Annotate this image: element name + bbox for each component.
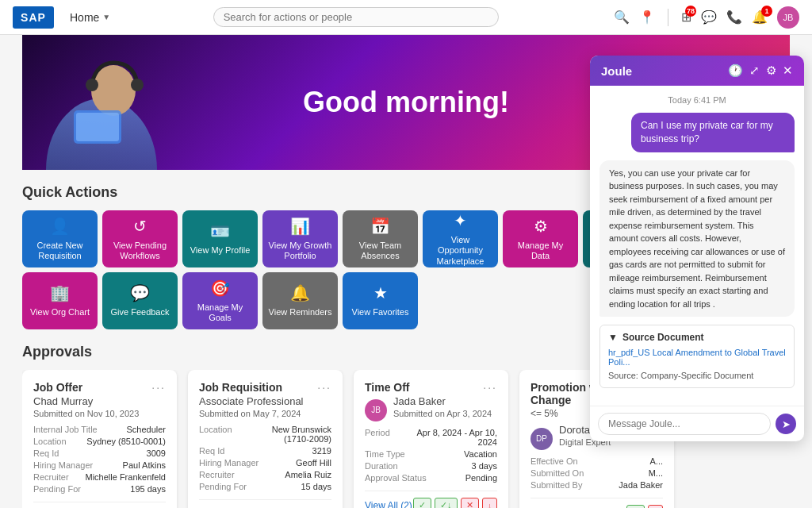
job-offer-name: Chad Murray — [33, 395, 166, 407]
table-row: Hiring ManagerGeoff Hill — [199, 458, 331, 468]
pending-workflows-label: View Pending Workflows — [107, 241, 173, 261]
job-offer-card: Job Offer ··· Chad Murray Submitted on N… — [22, 370, 177, 508]
home-nav[interactable]: Home ▼ — [70, 11, 110, 24]
hero-image — [30, 39, 173, 170]
my-profile-icon: 🪪 — [210, 221, 230, 241]
joule-send-button[interactable]: ➤ — [776, 414, 796, 434]
home-label: Home — [70, 11, 99, 24]
table-row: LocationSydney (8510-0001) — [33, 437, 166, 446]
time-off-card: Time Off ··· JB Jada Baker Submitted on … — [354, 370, 508, 508]
manage-my-data-label: Manage My Data — [508, 241, 573, 261]
joule-timestamp: Today 6:41 PM — [599, 95, 795, 105]
table-row: Req Id3009 — [33, 448, 166, 458]
sap-logo: SAP — [13, 6, 54, 29]
table-row: Submitted OnM... — [530, 468, 663, 478]
favorites-label: View Favorites — [352, 307, 409, 318]
joule-controls: 🕐 ⤢ ⚙ ✕ — [728, 64, 793, 78]
approve-down-button[interactable]: ✓↓ — [435, 498, 458, 508]
time-off-avatar: JB — [365, 399, 387, 421]
view-pending-workflows-button[interactable]: ↺ View Pending Workflows — [102, 210, 178, 267]
view-growth-portfolio-button[interactable]: 📊 View My Growth Portfolio — [262, 210, 338, 267]
growth-portfolio-label: View My Growth Portfolio — [267, 241, 333, 261]
joule-close-icon[interactable]: ✕ — [783, 64, 793, 78]
promo-deny-button[interactable]: ↓ — [648, 505, 664, 508]
give-feedback-icon: 💬 — [130, 283, 150, 302]
home-caret: ▼ — [102, 13, 110, 21]
opportunity-marketplace-label: View Opportunity Marketplace — [427, 235, 493, 267]
chat-icon[interactable]: 💬 — [701, 10, 717, 25]
manage-my-data-icon: ⚙ — [534, 217, 548, 236]
growth-portfolio-icon: 📊 — [290, 217, 310, 236]
phone-icon[interactable]: 📞 — [726, 10, 742, 25]
job-offer-footer: View All (2) — [33, 502, 166, 508]
favorites-icon: ★ — [373, 283, 388, 302]
user-message: Can I use my private car for my business… — [631, 113, 795, 152]
job-requisition-title: Job Requisition — [199, 381, 282, 394]
location-icon[interactable]: 📍 — [639, 10, 655, 25]
notification-badge: 1 — [761, 6, 772, 17]
manage-goals-label: Manage My Goals — [187, 302, 253, 323]
table-row: Approval StatusPending — [365, 473, 497, 483]
deny-down-button[interactable]: ↓ — [482, 498, 498, 508]
promotion-actions: ✓ ↓ — [626, 505, 664, 508]
promo-approve-button[interactable]: ✓ — [626, 505, 645, 508]
table-row: RecruiterAmelia Ruiz — [199, 470, 331, 479]
manage-my-data-button[interactable]: ⚙ Manage My Data — [503, 210, 578, 267]
table-row: Pending For15 days — [199, 482, 331, 491]
view-org-chart-button[interactable]: 🏢 View Org Chart — [22, 272, 98, 329]
opportunity-marketplace-icon: ✦ — [454, 211, 467, 230]
source-doc-title: Source Document — [622, 332, 704, 343]
view-favorites-button[interactable]: ★ View Favorites — [343, 272, 418, 329]
apps-badge: 78 — [685, 6, 696, 17]
joule-history-icon[interactable]: 🕐 — [728, 64, 743, 78]
time-off-view-all[interactable]: View All (2) — [365, 500, 412, 509]
joule-panel: Joule 🕐 ⤢ ⚙ ✕ Today 6:41 PM Can I use my… — [590, 56, 804, 441]
create-requisition-label: Create New Requisition — [27, 241, 93, 261]
view-reminders-button[interactable]: 🔔 View Reminders — [262, 272, 338, 329]
org-chart-icon: 🏢 — [50, 283, 70, 302]
search-bar[interactable] — [213, 7, 499, 27]
search-icon[interactable]: 🔍 — [614, 10, 630, 25]
joule-input-row: ➤ — [590, 406, 804, 441]
apps-icon[interactable]: ⊞ 78 — [681, 10, 691, 25]
joule-expand-icon[interactable]: ⤢ — [749, 64, 760, 78]
table-row: Hiring ManagerPaul Atkins — [33, 460, 166, 470]
table-row: Submitted ByJada Baker — [530, 480, 663, 490]
manage-my-goals-button[interactable]: 🎯 Manage My Goals — [182, 272, 258, 329]
ai-response: Yes, you can use your private car for bu… — [599, 160, 795, 318]
view-opportunity-marketplace-button[interactable]: ✦ View Opportunity Marketplace — [423, 210, 498, 267]
top-navigation: SAP Home ▼ 🔍 📍 ⊞ 78 💬 📞 🔔 1 JB — [0, 0, 812, 35]
reminders-icon: 🔔 — [290, 283, 310, 302]
source-doc-toggle[interactable]: ▼ Source Document — [608, 332, 786, 343]
avatar[interactable]: JB — [777, 6, 799, 29]
view-my-profile-button[interactable]: 🪪 View My Profile — [182, 210, 258, 267]
notification-icon[interactable]: 🔔 1 — [752, 10, 768, 25]
joule-settings-icon[interactable]: ⚙ — [766, 64, 776, 78]
time-off-title: Time Off — [365, 381, 410, 394]
nav-icons: 🔍 📍 ⊞ 78 💬 📞 🔔 1 JB — [614, 6, 799, 29]
deny-button[interactable]: ✕ — [461, 498, 479, 508]
team-absences-label: View Team Absences — [347, 241, 413, 261]
give-feedback-button[interactable]: 💬 Give Feedback — [102, 272, 178, 329]
time-off-submitted: Submitted on Apr 3, 2024 — [393, 409, 492, 418]
joule-input[interactable] — [598, 413, 771, 435]
time-off-footer: View All (2) ✓ ✓↓ ✕ ↓ — [365, 491, 497, 508]
table-row: Req Id3219 — [199, 446, 331, 456]
source-doc-link[interactable]: hr_pdf_US Local Amendment to Global Trav… — [608, 348, 786, 367]
table-row: Effective OnA... — [530, 456, 663, 466]
job-offer-more[interactable]: ··· — [151, 381, 166, 394]
joule-title: Joule — [601, 64, 722, 78]
promotion-avatar: DP — [530, 428, 553, 450]
time-off-actions: ✓ ✓↓ ✕ ↓ — [413, 498, 497, 508]
approve-button[interactable]: ✓ — [413, 498, 431, 508]
job-requisition-more[interactable]: ··· — [317, 381, 331, 394]
view-team-absences-button[interactable]: 📅 View Team Absences — [343, 210, 418, 267]
source-doc-sub: Source: Company-Specific Document — [608, 371, 753, 380]
create-requisition-button[interactable]: 👤 Create New Requisition — [22, 210, 98, 267]
team-absences-icon: 📅 — [370, 217, 390, 236]
time-off-name: Jada Baker — [393, 395, 492, 407]
time-off-more[interactable]: ··· — [483, 381, 497, 394]
chevron-down-icon: ▼ — [608, 332, 618, 343]
svg-rect-5 — [76, 113, 119, 141]
search-input[interactable] — [224, 11, 446, 23]
